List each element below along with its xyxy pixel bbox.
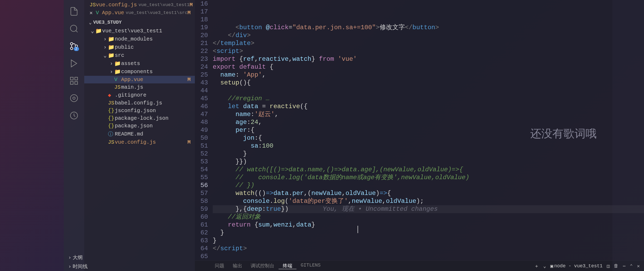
status-indicator: M — [187, 77, 194, 83]
extensions-icon[interactable] — [68, 75, 80, 86]
scm-badge: 2 — [74, 47, 79, 51]
js-icon: JS — [114, 84, 121, 90]
file-name: vue.config.js — [115, 139, 187, 145]
code-line[interactable]: // console.log('data数据的name或age有变换',newV… — [213, 174, 644, 182]
text-cursor — [358, 226, 358, 233]
code-line[interactable]: } — [213, 229, 644, 237]
panel-tab[interactable]: 输出 — [229, 263, 246, 269]
code-line[interactable]: } — [213, 237, 644, 245]
chevron-right-icon: › — [102, 36, 108, 42]
folder-icon: 📁 — [114, 60, 121, 67]
code-line[interactable]: <button @click="data.per.jon.sa+=100">修改… — [213, 24, 644, 32]
code-line[interactable]: sa:100 — [213, 142, 644, 150]
tree-item[interactable]: ›📁components — [84, 68, 195, 76]
tree-item[interactable]: ›📁public — [84, 43, 195, 51]
chevron-right-icon: › — [102, 44, 108, 50]
timeline-header[interactable]: › 时间线 — [84, 262, 195, 271]
tree-item[interactable]: VApp.vueM — [84, 76, 195, 83]
lyric-overlay: 还没有歌词哦 — [530, 126, 597, 141]
tree-item[interactable]: JSmain.js — [84, 83, 195, 91]
code-line[interactable]: name:'赵云', — [213, 111, 644, 118]
timeline-icon[interactable] — [68, 110, 80, 121]
line-number: 21 — [195, 39, 208, 47]
code-line[interactable]: return {sum,wenzi,data} — [213, 221, 644, 229]
svg-point-1 — [71, 43, 73, 45]
svg-rect-4 — [71, 77, 73, 80]
code-line[interactable]: console.log('data的per变换了',newValue,oldVa… — [213, 197, 644, 205]
close-icon[interactable]: ✕ — [90, 9, 96, 16]
tree-item[interactable]: {}package-lock.json — [84, 114, 195, 122]
code-line[interactable]: name: 'App', — [213, 71, 644, 79]
code-line[interactable]: export default { — [213, 63, 644, 71]
line-number: 24 — [195, 63, 208, 71]
line-number: 59 — [195, 205, 208, 213]
line-number: 17 — [195, 8, 208, 16]
tree-item[interactable]: ›📁node_modules — [84, 35, 195, 43]
line-number: 22 — [195, 47, 208, 55]
open-editor-item[interactable]: ✕VApp.vuevue_test\vue3_test1\srcM — [84, 9, 195, 17]
chevron-down-icon: ⌄ — [90, 28, 95, 34]
tree-item[interactable]: JSvue.config.jsM — [84, 138, 195, 146]
code-line[interactable]: //返回对象 — [213, 213, 644, 221]
open-editor-item[interactable]: JSvue.config.jsvue_test\vue3_test1M — [84, 1, 195, 9]
code-line[interactable]: setup(){ — [213, 79, 644, 87]
code-line[interactable]: // }) — [213, 182, 644, 189]
new-terminal-button[interactable]: ＋ — [534, 263, 539, 269]
tree-item[interactable]: {}jsconfig.json — [84, 107, 195, 114]
code-line[interactable] — [213, 87, 644, 95]
tree-item[interactable]: {}package.json — [84, 122, 195, 130]
tree-item[interactable]: ›📁assets — [84, 59, 195, 68]
svg-rect-7 — [75, 82, 78, 84]
file-name: App.vue — [121, 77, 187, 83]
json-icon: {} — [108, 115, 115, 121]
line-number: 19 — [195, 24, 208, 32]
tree-item[interactable]: ⌄📁src — [84, 51, 195, 59]
tree-item[interactable]: ⓘREADME.md — [84, 130, 195, 138]
panel-tab[interactable]: 终端 — [279, 263, 296, 269]
js-icon: JS — [108, 100, 115, 106]
code-line[interactable]: </div> — [213, 32, 644, 39]
code-line[interactable]: }}) — [213, 158, 644, 166]
code-line[interactable]: // watch([()=>data.name,()=>data.age],(n… — [213, 166, 644, 174]
panel-tab[interactable]: 问题 — [211, 263, 229, 269]
line-number: 47 — [195, 111, 208, 118]
svg-point-0 — [71, 25, 77, 32]
code-line[interactable]: } — [213, 150, 644, 158]
code-line[interactable] — [213, 253, 644, 260]
code-line[interactable]: <script> — [213, 47, 644, 55]
folder-icon: 📁 — [108, 44, 115, 51]
file-name: main.js — [121, 84, 194, 90]
code-line[interactable]: },{deep:true}) You, 现在 • Uncommitted cha… — [213, 205, 644, 213]
code-line[interactable]: watch(()=>data.per,(newValue,oldValue)=>… — [213, 189, 644, 197]
scm-icon[interactable]: 2 — [68, 41, 80, 52]
code-line[interactable]: age:24, — [213, 118, 644, 126]
code-line[interactable]: </script> — [213, 245, 644, 253]
line-number: 58 — [195, 197, 208, 205]
tree-item[interactable]: JSbabel.config.js — [84, 99, 195, 107]
tree-item[interactable]: ◆.gitignore — [84, 91, 195, 99]
file-name: .gitignore — [115, 92, 194, 98]
minimap[interactable] — [612, 0, 644, 260]
split-terminal-icon[interactable]: ◫ — [607, 263, 610, 269]
outline-header[interactable]: › 大纲 — [84, 253, 195, 262]
panel-tab[interactable]: GITLENS — [296, 263, 325, 269]
code-line[interactable]: </template> — [213, 39, 644, 47]
terminal-name[interactable]: ▣ node - vue3_test1 — [550, 263, 602, 269]
code-line[interactable]: import {ref,reactive,watch} from 'vue' — [213, 55, 644, 63]
line-number: 23 — [195, 55, 208, 63]
file-name: node_modules — [115, 36, 194, 42]
explorer-icon[interactable] — [68, 6, 80, 17]
panel-tab[interactable]: 调试控制台 — [246, 263, 279, 269]
debug-icon[interactable] — [68, 58, 80, 69]
search-icon[interactable] — [68, 23, 80, 34]
project-root[interactable]: ⌄ VUE3_STUDY — [84, 18, 195, 27]
code-line[interactable]: let data = reactive({ — [213, 103, 644, 111]
gitlens-icon[interactable] — [68, 93, 80, 104]
code-line[interactable]: //#region … — [213, 95, 644, 103]
line-number: 65 — [195, 253, 208, 260]
svg-rect-6 — [71, 82, 73, 84]
terminal-dropdown[interactable]: ⌄ — [543, 263, 546, 269]
folder-path-row[interactable]: ⌄ 📁 vue_test\vue3_test1 — [84, 27, 195, 35]
file-path: vue_test\vue3_test1 — [138, 2, 190, 7]
line-number: 44 — [195, 87, 208, 95]
